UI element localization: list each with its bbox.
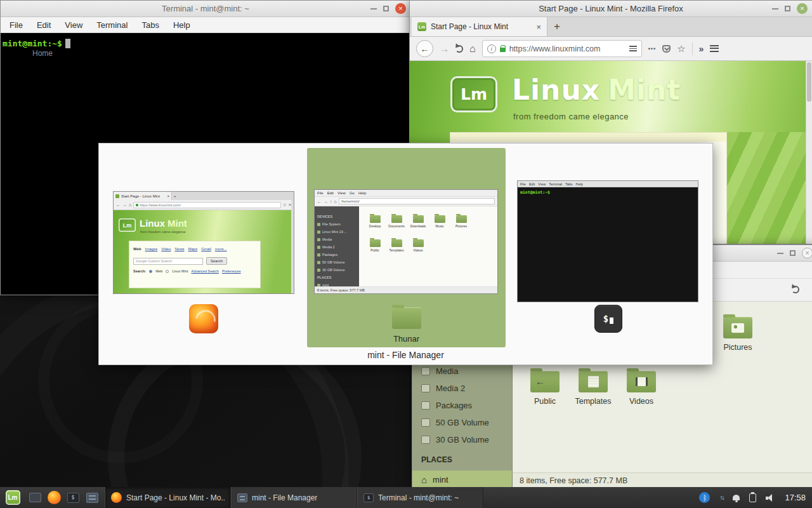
sidebar-item-label: 30 GB Volume <box>436 435 489 444</box>
tab-close-icon[interactable]: × <box>536 22 541 32</box>
mini-url-text: https://www.linuxmint.com/ <box>140 203 181 207</box>
switcher-preview-firefox[interactable]: Start Page - Linux Mint × + ← → ⌂ https:… <box>113 191 294 294</box>
taskbar-button-file-manager[interactable]: mint - File Manager <box>231 487 357 508</box>
show-desktop-icon <box>29 493 41 502</box>
reader-mode-icon[interactable] <box>629 46 637 52</box>
bookmark-star-icon[interactable]: ☆ <box>677 43 685 55</box>
mini-scrollbar <box>291 200 294 293</box>
minimize-button[interactable] <box>370 8 377 10</box>
mini-radio-mint <box>166 270 169 273</box>
folder-videos[interactable]: Videos <box>612 371 671 406</box>
mini-back-icon: ← <box>116 203 121 207</box>
maximize-button[interactable] <box>785 6 790 11</box>
firefox-launcher[interactable] <box>44 487 63 508</box>
mini-page: Lm LinuxMint from freedom came elegance … <box>114 210 291 293</box>
mini-search-row: Google Custom Search Search <box>133 257 227 265</box>
linuxmint-favicon: Lm <box>417 22 426 31</box>
status-bar: 8 items, Free space: 577.7 MB <box>513 472 812 488</box>
new-tab-button[interactable]: + <box>547 17 566 36</box>
firefox-titlebar[interactable]: Start Page - Linux Mint - Mozilla Firefo… <box>410 1 812 17</box>
sidebar-item-30gb[interactable]: 30 GB Volume <box>412 431 512 448</box>
hamburger-menu-icon[interactable] <box>710 45 719 52</box>
sidebar-item-50gb[interactable]: 50 GB Volume <box>412 414 512 431</box>
pocket-icon[interactable] <box>662 45 671 53</box>
close-button[interactable]: × <box>797 3 808 14</box>
mini-drive-icon <box>317 231 320 234</box>
mini-tagline: from freedom came elegance <box>140 230 186 234</box>
network-icon[interactable]: ↑↓ <box>719 494 723 501</box>
firefox-app-icon[interactable] <box>189 304 218 333</box>
mini-drive-icon <box>317 238 320 241</box>
firefox-title: Start Page - Linux Mint - Mozilla Firefo… <box>410 1 812 17</box>
sidebar-item-media2[interactable]: Media 2 <box>412 380 512 397</box>
menu-edit[interactable]: Edit <box>37 20 51 30</box>
tagline: from freedom came elegance <box>513 112 629 121</box>
show-desktop-button[interactable] <box>25 487 44 508</box>
switcher-preview-terminal[interactable]: File Edit View Terminal Tabs Help mint@m… <box>517 180 698 302</box>
maximize-button[interactable] <box>383 6 389 11</box>
menu-tabs[interactable]: Tabs <box>141 20 159 30</box>
mini-path-bar: /home/mint/ <box>339 198 495 204</box>
terminal-titlebar[interactable]: Terminal - mint@mint: ~ × <box>1 1 410 17</box>
drive-icon <box>421 418 430 427</box>
mini-folder-icon <box>391 215 402 223</box>
clock[interactable]: 17:58 <box>785 493 806 502</box>
taskbar-button-label: Start Page - Linux Mint - Mo... <box>126 493 225 502</box>
minimize-button[interactable] <box>772 8 778 10</box>
forward-button[interactable]: → <box>440 43 449 54</box>
scrollbar-thumb[interactable] <box>807 62 811 102</box>
menu-file[interactable]: File <box>10 20 23 30</box>
file-manager-launcher[interactable] <box>82 487 102 508</box>
mint-menu-button[interactable]: Lm <box>0 487 25 508</box>
mini-favicon <box>115 194 119 198</box>
taskbar-button-terminal[interactable]: $ Terminal - mint@mint: ~ <box>357 487 483 508</box>
menu-terminal[interactable]: Terminal <box>96 20 128 30</box>
desktop: Terminal - mint@mint: ~ × File Edit View… <box>0 0 812 508</box>
bluetooth-icon[interactable]: ᛒ <box>699 492 710 503</box>
site-info-icon[interactable]: i <box>487 44 496 53</box>
refresh-icon[interactable] <box>792 286 799 293</box>
scrollbar[interactable] <box>806 61 812 244</box>
overflow-menu-icon[interactable]: » <box>699 44 704 54</box>
page-actions-icon[interactable]: ••• <box>648 46 656 52</box>
brand-linux: Linux <box>512 74 600 106</box>
maximize-button[interactable] <box>790 250 796 256</box>
close-button[interactable]: × <box>395 3 406 14</box>
mini-thunar-sidebar: DEVICES File System Linux Mint 19 ... Me… <box>315 206 359 286</box>
reload-button[interactable] <box>455 45 463 53</box>
back-button[interactable]: ← <box>416 40 433 57</box>
volume-icon[interactable] <box>766 493 775 502</box>
sidebar-item-mint-selected[interactable]: ⌂ mint <box>412 471 512 488</box>
taskbar-button-firefox[interactable]: Start Page - Linux Mint - Mo... <box>105 487 231 508</box>
terminal-title: Terminal - mint@mint: ~ <box>1 1 410 17</box>
sidebar-item-label: Media 2 <box>436 384 465 393</box>
minimize-button[interactable] <box>777 253 783 254</box>
terminal-app-icon[interactable]: $ <box>594 305 622 333</box>
sidebar-item-packages[interactable]: Packages <box>412 397 512 414</box>
menu-view[interactable]: View <box>65 20 82 30</box>
terminal-launcher[interactable]: $ <box>63 487 82 508</box>
places-header: PLACES <box>421 455 452 464</box>
mini-folder-icon <box>435 215 445 223</box>
tab-title: Start Page - Linux Mint <box>431 22 532 31</box>
file-manager-window-buttons: × <box>777 245 812 261</box>
mini-radio-web <box>149 270 152 273</box>
tab-start-page[interactable]: Lm Start Page - Linux Mint × <box>412 17 547 36</box>
menu-help[interactable]: Help <box>173 20 190 30</box>
sidebar-item-media[interactable]: Media <box>412 363 512 380</box>
clipboard-icon[interactable] <box>749 493 756 502</box>
notifications-bell-icon[interactable] <box>733 495 740 500</box>
mini-home-icon: ⌂ <box>129 203 131 207</box>
home-button[interactable]: ⌂ <box>469 43 476 55</box>
mini-lock-icon <box>136 204 138 206</box>
switcher-preview-thunar-selected[interactable]: File Edit View Go Help ← → ↑ ⌂ /home/min… <box>307 148 506 347</box>
mini-drive-icon <box>317 223 320 226</box>
mini-status-bar: 8 items, Free space: 577.7 MB <box>315 286 497 293</box>
address-bar[interactable]: i https://www.linuxmint.com <box>482 40 642 57</box>
thunar-app-icon <box>392 307 421 329</box>
mini-folder-icon <box>456 215 467 223</box>
film-glyph-icon <box>636 377 648 386</box>
drive-icon <box>421 436 430 444</box>
folder-pictures[interactable]: Pictures <box>709 317 767 352</box>
close-button[interactable]: × <box>802 248 812 258</box>
